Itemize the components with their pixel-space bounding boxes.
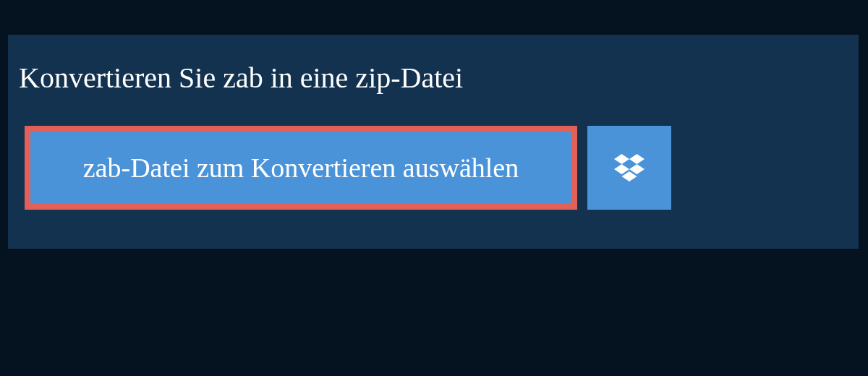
svg-marker-2 (614, 164, 629, 174)
svg-marker-4 (622, 171, 637, 181)
svg-marker-3 (629, 164, 644, 174)
page-title: Konvertieren Sie zab in eine zip-Datei (19, 43, 532, 112)
svg-marker-1 (629, 154, 644, 164)
select-file-button-label: zab-Datei zum Konvertieren auswählen (83, 152, 519, 184)
dropbox-button[interactable] (587, 126, 671, 210)
dropbox-icon (614, 154, 644, 181)
select-file-button[interactable]: zab-Datei zum Konvertieren auswählen (25, 126, 577, 210)
svg-marker-0 (614, 154, 629, 164)
button-row: zab-Datei zum Konvertieren auswählen (25, 126, 671, 210)
